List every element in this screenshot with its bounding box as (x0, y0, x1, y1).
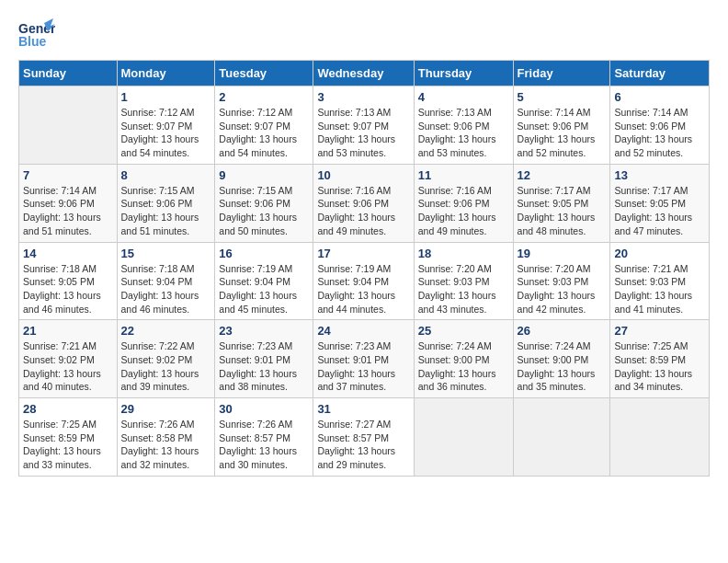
day-number: 20 (614, 247, 705, 260)
day-info: Sunrise: 7:26 AMSunset: 8:57 PMDaylight:… (219, 418, 309, 472)
calendar-cell (610, 398, 710, 477)
calendar-cell (513, 398, 610, 477)
weekday-header: Tuesday (215, 61, 313, 86)
day-info: Sunrise: 7:14 AMSunset: 9:06 PMDaylight:… (23, 184, 113, 238)
day-info: Sunrise: 7:26 AMSunset: 8:58 PMDaylight:… (121, 418, 211, 472)
day-number: 27 (614, 324, 705, 338)
calendar-cell: 4Sunrise: 7:13 AMSunset: 9:06 PMDaylight… (414, 86, 513, 165)
logo: General Blue (18, 18, 55, 51)
calendar-cell: 6Sunrise: 7:14 AMSunset: 9:06 PMDaylight… (610, 86, 710, 165)
day-info: Sunrise: 7:19 AMSunset: 9:04 PMDaylight:… (219, 262, 309, 316)
day-number: 30 (219, 402, 309, 416)
day-number: 14 (23, 247, 113, 260)
day-number: 4 (418, 90, 509, 104)
day-info: Sunrise: 7:17 AMSunset: 9:05 PMDaylight:… (614, 184, 705, 238)
day-info: Sunrise: 7:21 AMSunset: 9:03 PMDaylight:… (614, 262, 705, 316)
day-info: Sunrise: 7:12 AMSunset: 9:07 PMDaylight:… (121, 106, 211, 160)
day-info: Sunrise: 7:16 AMSunset: 9:06 PMDaylight:… (317, 184, 409, 238)
day-number: 28 (23, 402, 113, 416)
day-info: Sunrise: 7:17 AMSunset: 9:05 PMDaylight:… (518, 184, 607, 238)
svg-text:Blue: Blue (18, 34, 47, 49)
weekday-header: Friday (513, 61, 610, 86)
day-number: 12 (518, 168, 607, 182)
day-number: 13 (614, 168, 705, 182)
calendar-cell: 1Sunrise: 7:12 AMSunset: 9:07 PMDaylight… (117, 86, 215, 165)
weekday-header: Thursday (414, 61, 513, 86)
calendar-cell: 13Sunrise: 7:17 AMSunset: 9:05 PMDayligh… (610, 164, 710, 242)
day-number: 25 (418, 324, 509, 338)
day-info: Sunrise: 7:15 AMSunset: 9:06 PMDaylight:… (219, 184, 309, 238)
calendar-cell: 14Sunrise: 7:18 AMSunset: 9:05 PMDayligh… (19, 242, 118, 320)
day-info: Sunrise: 7:16 AMSunset: 9:06 PMDaylight:… (418, 184, 509, 238)
calendar-week-row: 14Sunrise: 7:18 AMSunset: 9:05 PMDayligh… (19, 242, 710, 320)
calendar-cell: 19Sunrise: 7:20 AMSunset: 9:03 PMDayligh… (513, 242, 610, 320)
day-number: 1 (121, 90, 211, 104)
calendar-cell: 28Sunrise: 7:25 AMSunset: 8:59 PMDayligh… (19, 398, 118, 477)
page-header: General Blue (18, 18, 710, 51)
calendar-cell: 30Sunrise: 7:26 AMSunset: 8:57 PMDayligh… (215, 398, 313, 477)
day-info: Sunrise: 7:27 AMSunset: 8:57 PMDaylight:… (317, 418, 409, 472)
weekday-header-row: SundayMondayTuesdayWednesdayThursdayFrid… (19, 61, 710, 86)
calendar-cell: 3Sunrise: 7:13 AMSunset: 9:07 PMDaylight… (313, 86, 414, 165)
calendar-week-row: 21Sunrise: 7:21 AMSunset: 9:02 PMDayligh… (19, 320, 710, 398)
day-info: Sunrise: 7:13 AMSunset: 9:06 PMDaylight:… (418, 106, 509, 160)
day-info: Sunrise: 7:14 AMSunset: 9:06 PMDaylight:… (614, 106, 705, 160)
calendar-cell: 8Sunrise: 7:15 AMSunset: 9:06 PMDaylight… (117, 164, 215, 242)
day-info: Sunrise: 7:15 AMSunset: 9:06 PMDaylight:… (121, 184, 211, 238)
calendar-cell: 23Sunrise: 7:23 AMSunset: 9:01 PMDayligh… (215, 320, 313, 398)
calendar-cell: 5Sunrise: 7:14 AMSunset: 9:06 PMDaylight… (513, 86, 610, 165)
calendar-cell: 21Sunrise: 7:21 AMSunset: 9:02 PMDayligh… (19, 320, 118, 398)
day-number: 10 (317, 168, 409, 182)
calendar-cell: 22Sunrise: 7:22 AMSunset: 9:02 PMDayligh… (117, 320, 215, 398)
day-info: Sunrise: 7:14 AMSunset: 9:06 PMDaylight:… (518, 106, 607, 160)
calendar-cell: 11Sunrise: 7:16 AMSunset: 9:06 PMDayligh… (414, 164, 513, 242)
calendar-week-row: 7Sunrise: 7:14 AMSunset: 9:06 PMDaylight… (19, 164, 710, 242)
day-info: Sunrise: 7:18 AMSunset: 9:05 PMDaylight:… (23, 262, 113, 316)
day-number: 24 (317, 324, 409, 338)
day-info: Sunrise: 7:20 AMSunset: 9:03 PMDaylight:… (518, 262, 607, 316)
day-number: 23 (219, 324, 309, 338)
day-number: 15 (121, 247, 211, 260)
calendar-cell: 12Sunrise: 7:17 AMSunset: 9:05 PMDayligh… (513, 164, 610, 242)
calendar-cell: 2Sunrise: 7:12 AMSunset: 9:07 PMDaylight… (215, 86, 313, 165)
calendar-cell: 10Sunrise: 7:16 AMSunset: 9:06 PMDayligh… (313, 164, 414, 242)
calendar-week-row: 28Sunrise: 7:25 AMSunset: 8:59 PMDayligh… (19, 398, 710, 477)
weekday-header: Monday (117, 61, 215, 86)
day-info: Sunrise: 7:25 AMSunset: 8:59 PMDaylight:… (614, 339, 705, 394)
day-number: 6 (614, 90, 705, 104)
calendar-cell: 7Sunrise: 7:14 AMSunset: 9:06 PMDaylight… (19, 164, 118, 242)
day-info: Sunrise: 7:24 AMSunset: 9:00 PMDaylight:… (418, 339, 509, 394)
calendar-cell: 27Sunrise: 7:25 AMSunset: 8:59 PMDayligh… (610, 320, 710, 398)
day-info: Sunrise: 7:21 AMSunset: 9:02 PMDaylight:… (23, 339, 113, 394)
day-info: Sunrise: 7:25 AMSunset: 8:59 PMDaylight:… (23, 418, 113, 472)
day-info: Sunrise: 7:19 AMSunset: 9:04 PMDaylight:… (317, 262, 409, 316)
logo-icon: General Blue (18, 18, 55, 51)
calendar-cell: 18Sunrise: 7:20 AMSunset: 9:03 PMDayligh… (414, 242, 513, 320)
day-info: Sunrise: 7:20 AMSunset: 9:03 PMDaylight:… (418, 262, 509, 316)
day-number: 5 (518, 90, 607, 104)
day-number: 17 (317, 247, 409, 260)
day-number: 22 (121, 324, 211, 338)
day-number: 31 (317, 402, 409, 416)
calendar-cell: 25Sunrise: 7:24 AMSunset: 9:00 PMDayligh… (414, 320, 513, 398)
calendar-cell: 16Sunrise: 7:19 AMSunset: 9:04 PMDayligh… (215, 242, 313, 320)
day-info: Sunrise: 7:23 AMSunset: 9:01 PMDaylight:… (317, 339, 409, 394)
weekday-header: Wednesday (313, 61, 414, 86)
calendar-week-row: 1Sunrise: 7:12 AMSunset: 9:07 PMDaylight… (19, 86, 710, 165)
calendar-cell: 9Sunrise: 7:15 AMSunset: 9:06 PMDaylight… (215, 164, 313, 242)
calendar-cell: 15Sunrise: 7:18 AMSunset: 9:04 PMDayligh… (117, 242, 215, 320)
day-info: Sunrise: 7:23 AMSunset: 9:01 PMDaylight:… (219, 339, 309, 394)
day-number: 26 (518, 324, 607, 338)
day-number: 21 (23, 324, 113, 338)
calendar-cell: 31Sunrise: 7:27 AMSunset: 8:57 PMDayligh… (313, 398, 414, 477)
day-number: 19 (518, 247, 607, 260)
day-number: 16 (219, 247, 309, 260)
day-number: 18 (418, 247, 509, 260)
calendar-cell: 24Sunrise: 7:23 AMSunset: 9:01 PMDayligh… (313, 320, 414, 398)
weekday-header: Saturday (610, 61, 710, 86)
day-info: Sunrise: 7:13 AMSunset: 9:07 PMDaylight:… (317, 106, 409, 160)
calendar-cell: 26Sunrise: 7:24 AMSunset: 9:00 PMDayligh… (513, 320, 610, 398)
day-number: 8 (121, 168, 211, 182)
day-info: Sunrise: 7:22 AMSunset: 9:02 PMDaylight:… (121, 339, 211, 394)
calendar-cell (414, 398, 513, 477)
